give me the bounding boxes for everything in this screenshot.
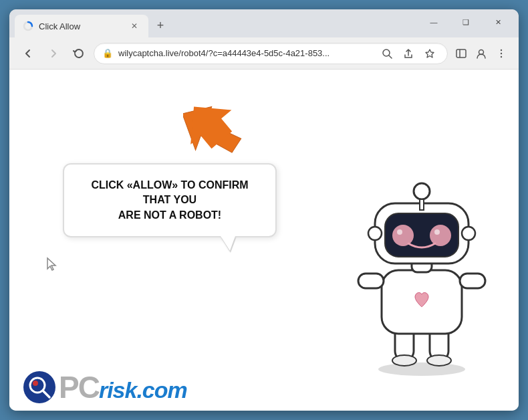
share-button[interactable] (399, 44, 418, 63)
orange-arrow (176, 93, 250, 169)
bubble-text: CLICK «ALLOW» TO CONFIRM THAT YOU ARE NO… (83, 178, 257, 223)
tab-title: Click Allow (39, 21, 123, 31)
tab-close-button[interactable]: ✕ (128, 20, 140, 32)
svg-point-9 (501, 56, 502, 57)
svg-point-7 (501, 49, 502, 50)
lock-icon: 🔒 (102, 48, 113, 58)
svg-marker-3 (426, 49, 434, 58)
new-tab-button[interactable]: + (151, 16, 170, 35)
risk-text: risk.com (99, 379, 187, 401)
title-bar: Click Allow ✕ + — ❑ ✕ (9, 9, 519, 37)
maximize-button[interactable]: ❑ (450, 11, 481, 33)
pc-text: PC (59, 372, 99, 403)
speech-bubble: CLICK «ALLOW» TO CONFIRM THAT YOU ARE NO… (63, 163, 277, 237)
robot-illustration (345, 163, 499, 371)
forward-button[interactable] (43, 43, 64, 64)
active-tab[interactable]: Click Allow ✕ (15, 15, 148, 37)
svg-point-17 (392, 355, 416, 366)
pcrisk-logo: PCrisk.com (23, 371, 187, 404)
tabs-area: Click Allow ✕ + (15, 9, 416, 37)
svg-line-2 (389, 56, 392, 58)
menu-button[interactable] (492, 44, 511, 63)
mouse-cursor (46, 257, 59, 270)
svg-point-14 (378, 362, 465, 376)
svg-marker-13 (176, 93, 242, 157)
svg-point-33 (23, 371, 55, 403)
sidebar-toggle-button[interactable] (452, 44, 471, 63)
page-content: CLICK «ALLOW» TO CONFIRM THAT YOU ARE NO… (9, 70, 519, 411)
svg-rect-21 (460, 274, 485, 288)
svg-rect-20 (358, 274, 384, 288)
window-controls: — ❑ ✕ (418, 11, 513, 33)
browser-toolbar (452, 44, 511, 63)
svg-point-29 (397, 229, 402, 235)
url-text: wilycaptcha.live/robot4/?c=a44443e4-5d5c… (118, 48, 372, 58)
svg-point-27 (392, 225, 414, 246)
svg-point-32 (462, 227, 475, 240)
svg-rect-4 (456, 49, 466, 58)
svg-point-28 (430, 225, 451, 246)
search-button[interactable] (378, 44, 396, 63)
bookmark-button[interactable] (420, 44, 439, 63)
tab-favicon (23, 21, 33, 31)
pcrisk-logo-icon (23, 371, 56, 404)
back-button[interactable] (17, 43, 39, 64)
browser-window: Click Allow ✕ + — ❑ ✕ 🔒 wilycaptcha.live… (9, 9, 519, 411)
address-bar[interactable]: 🔒 wilycaptcha.live/robot4/?c=a44443e4-5d… (94, 43, 448, 64)
svg-point-30 (434, 229, 440, 235)
close-button[interactable]: ✕ (483, 11, 513, 33)
profile-button[interactable] (472, 44, 491, 63)
svg-point-24 (414, 183, 430, 199)
svg-point-18 (427, 355, 451, 366)
svg-rect-25 (420, 199, 424, 210)
svg-point-31 (368, 227, 382, 240)
pcrisk-text: PCrisk.com (59, 372, 187, 403)
minimize-button[interactable]: — (418, 11, 449, 33)
address-actions (378, 44, 439, 63)
navigation-bar: 🔒 wilycaptcha.live/robot4/?c=a44443e4-5d… (9, 37, 519, 70)
reload-button[interactable] (68, 43, 90, 64)
svg-point-8 (501, 52, 502, 54)
svg-point-35 (33, 381, 38, 386)
